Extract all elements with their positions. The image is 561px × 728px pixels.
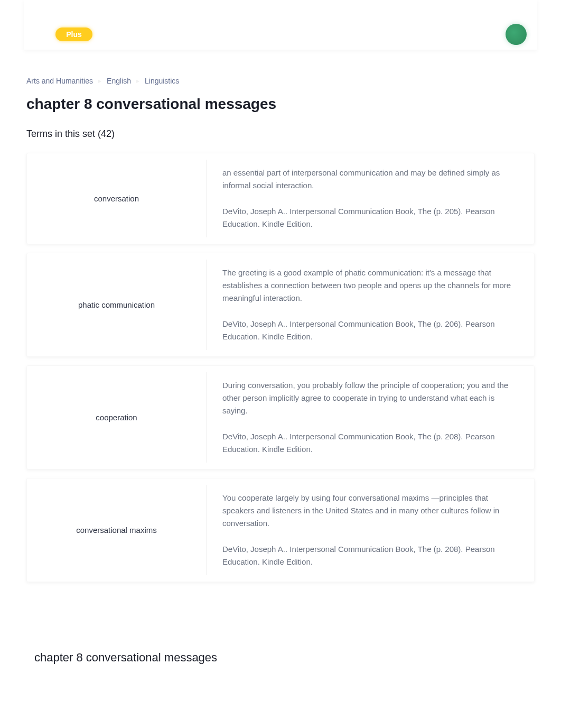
card-definition: During conversation, you probably follow… [222,379,518,417]
breadcrumb: Arts and Humanities ▸ English ▸ Linguist… [26,77,535,85]
card-term-panel: conversational maxims [27,485,207,575]
card-citation: DeVito, Joseph A.. Interpersonal Communi… [222,543,518,568]
flashcard[interactable]: cooperation During conversation, you pro… [26,365,535,469]
card-citation: DeVito, Joseph A.. Interpersonal Communi… [222,318,518,343]
chevron-right-icon: ▸ [98,77,101,85]
breadcrumb-item-arts[interactable]: Arts and Humanities [26,77,93,85]
card-definition-panel: an essential part of interpersonal commu… [207,153,534,244]
chevron-right-icon: ▸ [136,77,139,85]
breadcrumb-item-linguistics[interactable]: Linguistics [145,77,179,85]
cards-list: conversation an essential part of interp… [26,153,535,582]
breadcrumb-item-english[interactable]: English [107,77,131,85]
card-term: cooperation [96,413,137,422]
card-definition: The greeting is a good example of phatic… [222,266,518,305]
plus-badge-label: Plus [66,30,82,39]
card-term-panel: conversation [27,160,207,237]
card-term-panel: cooperation [27,372,207,463]
plus-badge[interactable]: Plus [55,27,92,41]
footer-title: chapter 8 conversational messages [0,598,561,696]
card-definition-panel: During conversation, you probably follow… [207,366,534,469]
card-definition: an essential part of interpersonal commu… [222,167,518,192]
header-bar: Plus [24,0,537,50]
card-citation: DeVito, Joseph A.. Interpersonal Communi… [222,430,518,456]
flashcard[interactable]: conversational maxims You cooperate larg… [26,478,535,582]
page-title: chapter 8 conversational messages [26,96,535,113]
card-term-panel: phatic communication [27,260,207,350]
card-term: phatic communication [78,300,155,309]
card-citation: DeVito, Joseph A.. Interpersonal Communi… [222,205,518,231]
card-definition: You cooperate largely by using four conv… [222,492,518,530]
main-content: Arts and Humanities ▸ English ▸ Linguist… [0,50,561,598]
flashcard[interactable]: conversation an essential part of interp… [26,153,535,244]
card-definition-panel: You cooperate largely by using four conv… [207,478,534,582]
flashcard[interactable]: phatic communication The greeting is a g… [26,253,535,357]
card-term: conversation [94,194,139,203]
card-definition-panel: The greeting is a good example of phatic… [207,253,534,356]
card-term: conversational maxims [76,526,157,535]
terms-count-subtitle: Terms in this set (42) [26,128,535,140]
avatar[interactable] [506,24,527,45]
